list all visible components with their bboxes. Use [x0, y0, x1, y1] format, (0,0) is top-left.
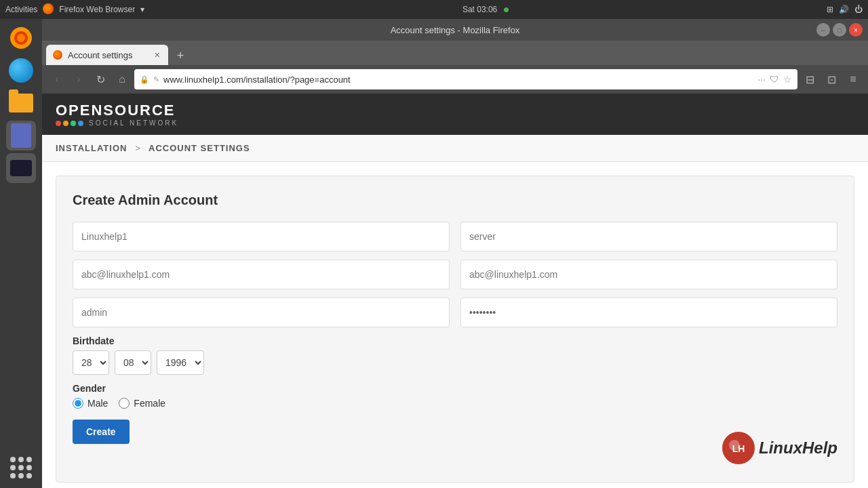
sound-icon: 🔊 [839, 5, 849, 14]
os-bar-right: ⊞ 🔊 ⏻ [827, 5, 863, 14]
bookmark-icon[interactable]: ☆ [783, 74, 792, 85]
gender-row: Male Female [73, 398, 837, 409]
breadcrumb: INSTALLATION > ACCOUNT SETTINGS [42, 135, 868, 162]
active-tab[interactable]: Account settings × [46, 45, 168, 65]
taskbar-apps-grid[interactable] [6, 453, 36, 483]
power-icon: ⏻ [854, 5, 863, 14]
reload-button[interactable]: ↻ [91, 70, 110, 89]
logo-dots [56, 121, 83, 126]
breadcrumb-installation[interactable]: INSTALLATION [56, 143, 127, 153]
os-bar-left: Activities Firefox Web Browser ▾ [5, 3, 144, 16]
gender-label: Gender [73, 383, 837, 394]
email-input[interactable] [73, 260, 450, 289]
nav-extras: ⊟ ⊡ ≡ [800, 70, 863, 89]
new-tab-button[interactable]: + [171, 46, 190, 65]
taskbar-firefox[interactable] [6, 23, 36, 53]
tab-close-button[interactable]: × [153, 49, 161, 60]
url-text: www.linuxhelp1.com/installation/?page=ac… [163, 75, 753, 85]
linuxhelp-logo-container: LH LinuxHelp [73, 430, 837, 466]
clock-label: Sat 03:06 [462, 5, 497, 14]
address-actions: ··· 🛡 ☆ [757, 74, 792, 85]
firefox-nav-icon [43, 3, 54, 16]
form-row-name [73, 222, 837, 251]
grid-dot [10, 457, 16, 462]
breadcrumb-current: ACCOUNT SETTINGS [149, 143, 250, 153]
grid-dot [26, 457, 32, 462]
logo-sub-text: SOCIAL NETWORK [89, 119, 178, 127]
os-topbar: Activities Firefox Web Browser ▾ Sat 03:… [0, 0, 868, 19]
taskbar-terminal[interactable] [6, 153, 36, 183]
lock-icon: 🔒 [140, 75, 149, 84]
minimize-button[interactable]: – [816, 23, 830, 37]
tab-bar: Account settings × + [42, 41, 868, 65]
grid-dot [10, 473, 16, 479]
tab-label: Account settings [68, 50, 132, 60]
admin-input[interactable] [73, 298, 450, 327]
day-select[interactable]: 28 [73, 350, 109, 375]
breadcrumb-separator: > [135, 143, 140, 153]
edit-icon: ✎ [153, 75, 159, 84]
logo-dot-green [71, 121, 76, 126]
taskbar-thunderbird[interactable] [6, 56, 36, 85]
gender-male-label: Male [87, 398, 108, 409]
month-select[interactable]: 08 [115, 350, 151, 375]
svg-point-2 [17, 34, 25, 42]
sidebar-button[interactable]: ⊡ [822, 70, 841, 89]
linuxhelp-logo: LH LinuxHelp [721, 430, 837, 466]
site-header: OPENSOURCE SOCIAL NETWORK [42, 94, 868, 135]
browser-name-label[interactable]: Firefox Web Browser [59, 5, 135, 14]
back-button[interactable]: ‹ [47, 70, 66, 89]
logo-dot-red [56, 121, 61, 126]
browser-window: Account settings - Mozilla Firefox – □ ×… [42, 19, 868, 488]
address-bar[interactable]: 🔒 ✎ www.linuxhelp1.com/installation/?pag… [134, 69, 797, 89]
form-row-admin-pass [73, 298, 837, 327]
page-content: OPENSOURCE SOCIAL NETWORK INSTALLATION >… [42, 94, 868, 488]
username-input[interactable] [73, 222, 450, 251]
year-select[interactable]: 1996 [157, 350, 204, 375]
nav-bar: ‹ › ↻ ⌂ 🔒 ✎ www.linuxhelp1.com/installat… [42, 65, 868, 94]
birthdate-row: 28 08 1996 [73, 350, 837, 375]
create-button[interactable]: Create [73, 420, 130, 444]
home-button[interactable]: ⌂ [113, 70, 132, 89]
reader-view-button[interactable]: ⊟ [800, 70, 819, 89]
gender-male-radio[interactable] [73, 398, 83, 409]
forward-button[interactable]: › [69, 70, 88, 89]
os-bar-center: Sat 03:06 [462, 5, 509, 14]
title-bar-text: Account settings - Mozilla Firefox [391, 25, 520, 35]
form-title: Create Admin Account [73, 192, 837, 208]
birthdate-label: Birthdate [73, 336, 837, 346]
grid-dot [18, 457, 24, 462]
create-admin-form: Create Admin Account Birthdate 28 [56, 176, 854, 483]
maximize-button[interactable]: □ [833, 23, 846, 37]
gender-female-label: Female [134, 398, 165, 409]
grid-dot [26, 465, 32, 470]
window-controls: – □ × [816, 23, 863, 37]
grid-dot [18, 465, 24, 470]
taskbar [0, 19, 42, 488]
shield-icon: 🛡 [770, 74, 779, 85]
password-input[interactable] [460, 298, 837, 327]
activities-label[interactable]: Activities [5, 5, 37, 14]
more-button[interactable]: ··· [757, 74, 766, 85]
logo-dot-orange [63, 121, 68, 126]
lastname-input[interactable] [460, 222, 837, 251]
linuxhelp-icon: LH [721, 430, 756, 466]
gender-female-radio[interactable] [119, 398, 130, 409]
chevron-down-icon: ▾ [140, 5, 144, 14]
tab-favicon [53, 50, 62, 60]
logo-dot-blue [78, 121, 83, 126]
email-confirm-input[interactable] [460, 260, 837, 289]
logo-subtitle-row: SOCIAL NETWORK [56, 119, 178, 127]
form-row-email [73, 260, 837, 289]
grid-dot [26, 473, 32, 479]
site-logo: OPENSOURCE SOCIAL NETWORK [56, 102, 178, 127]
status-dot [504, 7, 509, 12]
taskbar-text-editor[interactable] [6, 121, 36, 150]
grid-dot [18, 473, 24, 479]
close-button[interactable]: × [849, 23, 863, 37]
gender-male-option[interactable]: Male [73, 398, 108, 409]
title-bar: Account settings - Mozilla Firefox – □ × [42, 19, 868, 41]
taskbar-files[interactable] [6, 88, 36, 118]
gender-female-option[interactable]: Female [119, 398, 165, 409]
menu-button[interactable]: ≡ [844, 70, 863, 89]
